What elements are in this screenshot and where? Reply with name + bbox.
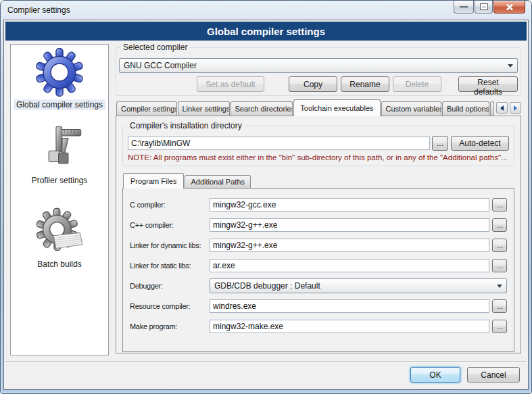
cpp-compiler-label: C++ compiler: xyxy=(130,221,210,229)
make-program-input[interactable] xyxy=(210,320,489,333)
auto-detect-button[interactable]: Auto-detect xyxy=(451,136,509,151)
sidebar-item-label: Batch builds xyxy=(34,259,84,270)
settings-category-list: Global compiler settings xyxy=(10,44,109,355)
field-row-debugger: Debugger: GDB/CDB debugger : Default xyxy=(130,278,507,293)
tab-program-files[interactable]: Program Files xyxy=(123,173,184,189)
linker-static-browse-button[interactable]: ... xyxy=(492,259,507,272)
compiler-settings-window: Compiler settings Global compiler settin… xyxy=(0,0,532,394)
make-program-label: Make program: xyxy=(130,322,210,330)
minimize-icon xyxy=(460,6,468,8)
window-title: Compiler settings xyxy=(7,5,70,15)
tab-scroll-right-button[interactable] xyxy=(510,102,521,114)
compiler-select-value: GNU GCC Compiler xyxy=(124,61,197,70)
selected-compiler-group: Selected compiler GNU GCC Compiler Set a… xyxy=(116,47,521,96)
c-compiler-input[interactable] xyxy=(210,198,489,212)
field-row-c-compiler: C compiler: ... xyxy=(130,197,507,212)
cpp-compiler-input[interactable] xyxy=(210,218,489,232)
installation-directory-browse-button[interactable]: ... xyxy=(432,136,448,151)
arrow-right-icon xyxy=(514,105,517,111)
field-row-make-program: Make program: ... xyxy=(130,319,507,334)
installation-directory-group-label: Compiler's installation directory xyxy=(127,121,245,130)
installation-directory-group: Compiler's installation directory ... Au… xyxy=(122,126,514,166)
caption-buttons xyxy=(454,1,525,14)
sidebar-item-label: Profiler settings xyxy=(29,175,91,186)
debugger-select-value: GDB/CDB debugger : Default xyxy=(214,281,320,291)
linker-dynamic-label: Linker for dynamic libs: xyxy=(130,241,210,249)
cancel-button[interactable]: Cancel xyxy=(467,367,520,383)
dialog-content: Global compiler settings xyxy=(4,42,528,389)
tab-custom-variables[interactable]: Custom variables xyxy=(381,101,442,116)
set-as-default-button[interactable]: Set as default xyxy=(197,76,264,92)
dialog-client-area: Global compiler settings xyxy=(3,20,529,390)
linker-static-label: Linker for static libs: xyxy=(130,262,210,270)
toolchain-executables-panel: Compiler's installation directory ... Au… xyxy=(116,116,521,353)
chevron-down-icon xyxy=(508,64,513,68)
c-compiler-label: C compiler: xyxy=(130,201,210,209)
sidebar-item-profiler-settings[interactable]: Profiler settings xyxy=(29,124,91,186)
installation-directory-input[interactable] xyxy=(128,137,430,150)
compiler-select[interactable]: GNU GCC Compiler xyxy=(119,58,518,73)
debugger-label: Debugger: xyxy=(130,282,210,290)
sidebar-item-global-compiler-settings[interactable]: Global compiler settings xyxy=(14,48,105,110)
settings-tabstrip: Compiler settings Linker settings Search… xyxy=(116,99,521,116)
minimize-button[interactable] xyxy=(454,1,474,14)
resource-compiler-browse-button[interactable]: ... xyxy=(492,299,507,313)
debugger-select[interactable]: GDB/CDB debugger : Default xyxy=(210,278,507,293)
main-panel: Selected compiler GNU GCC Compiler Set a… xyxy=(116,42,521,353)
field-row-linker-dynamic: Linker for dynamic libs: ... xyxy=(130,238,507,253)
note-text: NOTE: All programs must exist either in … xyxy=(128,153,509,162)
footer-buttons: OK Cancel xyxy=(410,367,520,383)
tab-scroll-left-button[interactable] xyxy=(496,102,508,114)
installation-directory-row: ... Auto-detect xyxy=(128,136,509,151)
copy-button[interactable]: Copy xyxy=(289,76,337,92)
program-files-tabstrip: Program Files Additional Paths xyxy=(122,173,514,188)
tab-additional-paths[interactable]: Additional Paths xyxy=(185,175,251,188)
maximize-icon xyxy=(480,3,488,10)
gray-gear-stack-icon xyxy=(35,207,84,256)
page-title: Global compiler settings xyxy=(5,22,527,41)
tab-search-directories[interactable]: Search directories xyxy=(231,101,293,116)
ok-button[interactable]: OK xyxy=(410,367,460,383)
maximize-button[interactable] xyxy=(475,1,493,14)
field-row-linker-static: Linker for static libs: ... xyxy=(130,258,507,273)
blue-gear-icon xyxy=(35,48,84,97)
tab-compiler-settings[interactable]: Compiler settings xyxy=(116,101,177,116)
chevron-down-icon xyxy=(497,285,502,288)
sidebar-item-label: Global compiler settings xyxy=(14,99,105,110)
field-row-resource-compiler: Resource compiler: ... xyxy=(130,299,507,314)
close-button[interactable] xyxy=(493,1,525,14)
resource-compiler-input[interactable] xyxy=(210,299,489,313)
program-files-panel: C compiler: ... C++ compiler: ... Linker… xyxy=(122,188,514,352)
arrow-left-icon xyxy=(500,105,504,111)
tab-build-options[interactable]: Build options xyxy=(442,101,489,116)
caliper-icon xyxy=(35,124,84,172)
selected-compiler-group-label: Selected compiler xyxy=(120,43,190,52)
compiler-buttons-row: Set as default Copy Rename Delete Reset … xyxy=(119,76,518,92)
resource-compiler-label: Resource compiler: xyxy=(130,302,210,310)
rename-button[interactable]: Rename xyxy=(341,76,389,92)
linker-dynamic-browse-button[interactable]: ... xyxy=(492,239,507,252)
dialog-footer: OK Cancel xyxy=(5,362,527,389)
tab-toolchain-executables[interactable]: Toolchain executables xyxy=(293,99,380,116)
field-row-cpp-compiler: C++ compiler: ... xyxy=(130,218,507,232)
sidebar-item-batch-builds[interactable]: Batch builds xyxy=(34,207,84,270)
titlebar[interactable]: Compiler settings xyxy=(1,1,531,20)
cpp-compiler-browse-button[interactable]: ... xyxy=(492,218,507,232)
c-compiler-browse-button[interactable]: ... xyxy=(492,198,507,212)
linker-dynamic-input[interactable] xyxy=(210,239,489,252)
close-icon xyxy=(505,3,514,11)
tab-linker-settings[interactable]: Linker settings xyxy=(178,101,230,116)
reset-defaults-button[interactable]: Reset defaults xyxy=(458,76,518,92)
page-title-text: Global compiler settings xyxy=(207,26,325,37)
tab-partial[interactable] xyxy=(490,101,494,116)
linker-static-input[interactable] xyxy=(210,259,489,272)
make-program-browse-button[interactable]: ... xyxy=(492,320,507,333)
delete-button[interactable]: Delete xyxy=(393,76,441,92)
